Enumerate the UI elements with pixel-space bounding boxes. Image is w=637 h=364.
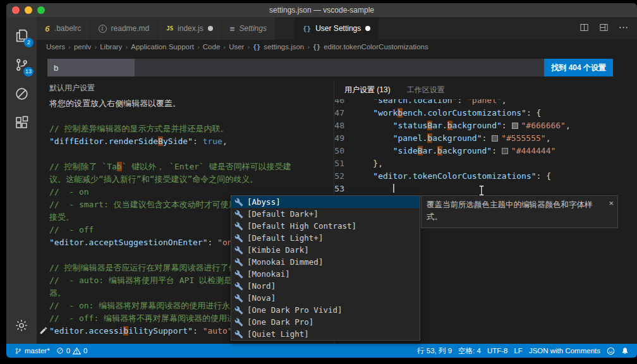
code-line[interactable]: 48 "statusBar.background": "#666666",: [334, 119, 637, 132]
breadcrumb-item-library[interactable]: Library: [100, 43, 122, 51]
breadcrumb-item-application-support[interactable]: Application Support: [131, 43, 194, 51]
tab-user-settings[interactable]: {}User Settings: [294, 17, 379, 40]
babel-icon: 6: [45, 24, 50, 33]
suggest-item[interactable]: [Default Dark+]: [231, 208, 420, 220]
git-branch-status[interactable]: master*: [11, 347, 53, 355]
problems-status[interactable]: 0 0: [53, 347, 91, 355]
eol-status[interactable]: LF: [511, 347, 525, 355]
breadcrumb-separator: ›: [247, 43, 250, 51]
code-line[interactable]: 53: [334, 183, 637, 195]
suggest-item[interactable]: [Nova]: [231, 292, 420, 304]
color-swatch[interactable]: [492, 135, 498, 142]
feedback-smiley[interactable]: [604, 347, 618, 355]
breadcrumb-item-penlv[interactable]: penlv: [74, 43, 92, 51]
notifications-bell[interactable]: [618, 347, 632, 355]
wrench-icon: [234, 318, 243, 327]
split-editor-icon[interactable]: [579, 23, 589, 35]
suggest-item[interactable]: [Monokai]: [231, 268, 420, 280]
code-line[interactable]: 议。这能减少“插入新行”和“接受建议”命令之间的歧义。: [49, 173, 334, 186]
zoom-window-button[interactable]: [37, 6, 45, 14]
search-result-count: 找到 404 个设置: [544, 59, 613, 76]
breadcrumb-separator: ›: [197, 43, 200, 51]
screen: settings.json — vscode-sample 2 13: [0, 0, 637, 364]
breadcrumb-item-editor-tokencolorcustomizations[interactable]: editor.tokenColorCustomizations: [324, 43, 428, 51]
search-input[interactable]: [47, 59, 613, 76]
suggest-item-label: [Monokai]: [247, 269, 290, 279]
suggest-item-label: [Default Light+]: [247, 233, 323, 243]
cursor-position-status[interactable]: 行 53, 列 9: [414, 346, 455, 356]
suggest-item[interactable]: [Nord]: [231, 280, 420, 292]
code-line[interactable]: 51 },: [334, 157, 637, 170]
settings-tab-[interactable]: 工作区设置: [407, 85, 445, 95]
code-line[interactable]: // 控制差异编辑器的显示方式是并排还是内联。: [49, 123, 334, 135]
suggest-item[interactable]: [Quiet Light]: [231, 328, 420, 340]
line-text: "workbench.colorCustomizations": {: [353, 107, 541, 119]
line-number: 47: [334, 107, 353, 119]
suggest-item-label: [Monokai Dimmed]: [247, 257, 323, 267]
activity-item-explorer[interactable]: 2: [6, 21, 37, 50]
breadcrumb-separator: ›: [307, 43, 310, 51]
code-line[interactable]: [49, 148, 334, 161]
line-text: "panel.background": "#555555",: [353, 132, 550, 145]
settings-target-tabs: 用户设置 (13)工作区设置: [334, 80, 637, 99]
activity-item-circle-slash[interactable]: [6, 79, 37, 108]
branch-icon: [15, 347, 22, 355]
code-line[interactable]: 47 "workbench.colorCustomizations": {: [334, 107, 637, 119]
encoding-status[interactable]: UTF-8: [484, 347, 511, 355]
suggest-doc-popup: 覆盖当前所选颜色主题中的编辑器颜色和字体样式。 ×: [421, 195, 618, 228]
code-line[interactable]: 46 "search.location": "panel",: [334, 99, 637, 107]
more-actions-icon[interactable]: [619, 23, 628, 35]
tab-index-js[interactable]: JSindex.js: [158, 17, 222, 40]
color-swatch[interactable]: [512, 123, 518, 129]
breadcrumb-separator: ›: [68, 43, 71, 51]
suggest-item[interactable]: [Monokai Dimmed]: [231, 256, 420, 268]
text-caret: [393, 184, 394, 193]
tab-settings[interactable]: ≡Settings: [222, 17, 276, 40]
tab-bar: 6.babelrcireadme.mdJSindex.js≡Settings{}…: [37, 17, 637, 40]
close-window-button[interactable]: [12, 6, 20, 14]
suggest-item-label: [Nord]: [247, 281, 276, 291]
line-number: 49: [334, 132, 353, 145]
settings-search: 找到 404 个设置: [47, 59, 613, 76]
activity-bar: 2 13: [6, 17, 37, 344]
suggest-item-label: [One Dark Pro Vivid]: [247, 305, 343, 315]
activity-item-source-control[interactable]: 13: [6, 50, 37, 79]
code-line[interactable]: 50 "sideBar.background": "#444444": [334, 145, 637, 157]
code-line[interactable]: 49 "panel.background": "#555555",: [334, 132, 637, 145]
line-number: 50: [334, 145, 353, 157]
code-line[interactable]: "diffEditor.renderSideBySide": true,: [49, 135, 334, 148]
indentation-status[interactable]: 空格: 4: [455, 346, 484, 356]
activity-item-extensions[interactable]: [6, 108, 37, 137]
color-swatch[interactable]: [502, 148, 508, 154]
suggest-item[interactable]: [One Dark Pro]: [231, 316, 420, 328]
code-line[interactable]: 52 "editor.tokenColorCustomizations": {: [334, 170, 637, 183]
suggest-item-label: [Abyss]: [247, 197, 281, 207]
suggest-item[interactable]: [One Dark Pro Vivid]: [231, 304, 420, 316]
language-mode-status[interactable]: JSON with Comments: [526, 347, 604, 355]
wrench-icon: [234, 210, 243, 219]
edit-setting-pencil-icon[interactable]: [39, 326, 48, 337]
circle-slash-icon: [14, 86, 30, 102]
close-icon[interactable]: ×: [609, 197, 614, 210]
activity-item-manage[interactable]: [6, 311, 37, 340]
line-number: 48: [334, 119, 353, 132]
breadcrumb-item-user[interactable]: User: [229, 43, 244, 51]
breadcrumb-item-code[interactable]: Code: [203, 43, 221, 51]
suggest-item[interactable]: [Default Light+]: [231, 232, 420, 244]
suggest-item[interactable]: [Kimbie Dark]: [231, 244, 420, 256]
tab-babelrc[interactable]: 6.babelrc: [37, 17, 90, 40]
settings-tab-13[interactable]: 用户设置 (13): [344, 85, 391, 95]
line-number: 46: [334, 99, 353, 107]
suggest-item[interactable]: [Abyss]: [231, 196, 420, 208]
wrench-icon: [234, 246, 243, 255]
suggest-item[interactable]: [Default High Contrast]: [231, 220, 420, 232]
extensions-icon: [14, 115, 29, 130]
minimize-window-button[interactable]: [25, 6, 32, 14]
code-line[interactable]: // 控制除了 `Tab` 键以外， `Enter` 键是否同样可以接受建: [49, 161, 334, 173]
editor-layout-icon[interactable]: [599, 23, 609, 35]
line-text: },: [353, 157, 383, 170]
breadcrumb-item-users[interactable]: Users: [46, 43, 65, 51]
tab-readme-md[interactable]: ireadme.md: [90, 17, 159, 40]
breadcrumb-item-settings-json[interactable]: settings.json: [264, 43, 304, 51]
suggest-doc-text: 覆盖当前所选颜色主题中的编辑器颜色和字体样式。: [427, 200, 593, 221]
